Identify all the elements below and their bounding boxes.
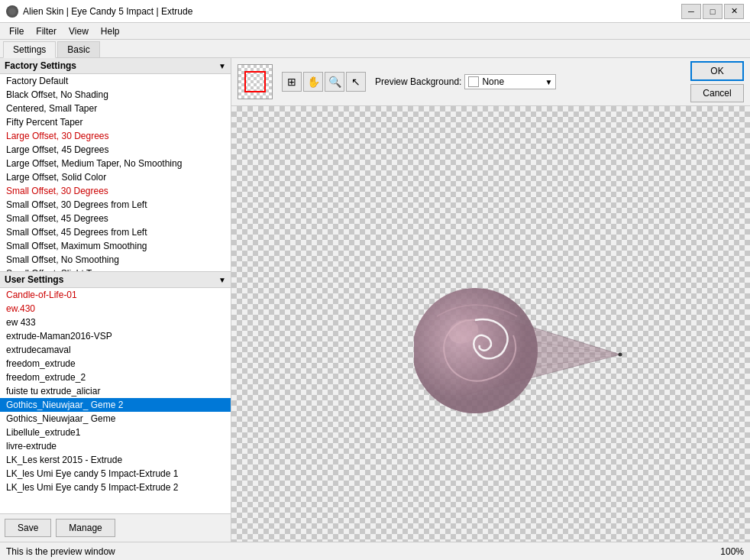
menu-filter[interactable]: Filter [30, 24, 63, 38]
cancel-button[interactable]: Cancel [690, 84, 744, 102]
factory-settings-label: Factory Settings [5, 60, 76, 71]
list-item[interactable]: Candle-of-Life-01 [0, 288, 231, 302]
list-item[interactable]: Fifty Percent Taper [0, 115, 231, 129]
list-item[interactable]: Large Offset, Solid Color [0, 170, 231, 184]
list-item[interactable]: Small Offset, 45 Degrees from Left [0, 225, 231, 239]
extrude-graphic [414, 259, 628, 450]
pan-tool-button[interactable]: ✋ [303, 72, 323, 92]
zoom-tool-button[interactable]: 🔍 [325, 72, 344, 92]
menu-bar: File Filter View Help [0, 23, 750, 40]
list-item[interactable]: fuiste tu extrude_aliciar [0, 384, 231, 398]
factory-scroll-btn[interactable]: ▼ [218, 62, 226, 70]
window-controls: ─ □ ✕ [681, 4, 744, 19]
list-item[interactable]: ew.430 [0, 302, 231, 316]
status-text: This is the preview window [6, 546, 115, 557]
preview-canvas [231, 106, 750, 542]
list-item[interactable]: Small Offset, Slight Taper [0, 267, 231, 271]
bg-color-swatch [468, 76, 479, 87]
preview-background-value: None [482, 76, 504, 87]
bottom-buttons: Save Manage [0, 513, 231, 542]
app-icon [6, 5, 18, 18]
tabs-bar: Settings Basic [0, 40, 750, 58]
user-settings-header: User Settings ▼ [0, 272, 231, 288]
list-item[interactable]: Black Offset, No Shading [0, 88, 231, 102]
list-item[interactable]: freedom_extrude [0, 357, 231, 371]
dropdown-arrow-icon: ▼ [545, 78, 552, 86]
manage-button[interactable]: Manage [56, 519, 115, 537]
list-item[interactable]: LK_les Umi Eye candy 5 Impact-Extrude 2 [0, 481, 231, 494]
zoom-level: 100% [720, 546, 744, 557]
preview-top-bar: ⊞ ✋ 🔍 ↖ Preview Background: None ▼ OK Ca… [231, 58, 750, 106]
thumbnail [238, 64, 273, 99]
thumbnail-selection [244, 71, 266, 92]
list-item[interactable]: Small Offset, 30 Degrees from Left [0, 198, 231, 212]
close-button[interactable]: ✕ [724, 4, 744, 19]
list-item[interactable]: LK_les Umi Eye candy 5 Impact-Extrude 1 [0, 467, 231, 481]
list-item[interactable]: Small Offset, Maximum Smoothing [0, 239, 231, 253]
list-item[interactable]: extrude-Maman2016-VSP [0, 329, 231, 343]
ok-button[interactable]: OK [690, 61, 744, 81]
list-item[interactable]: Small Offset, 30 Degrees [0, 184, 231, 198]
list-item-selected[interactable]: Gothics_Nieuwjaar_ Geme 2 [0, 398, 231, 412]
list-item[interactable]: Large Offset, 30 Degrees [0, 129, 231, 143]
left-panel: Factory Settings ▼ Factory Default Black… [0, 58, 231, 542]
list-item[interactable]: ew 433 [0, 316, 231, 329]
grid-tool-button[interactable]: ⊞ [282, 72, 302, 92]
action-buttons: OK Cancel [690, 61, 744, 102]
factory-settings-section: Factory Settings ▼ Factory Default Black… [0, 58, 231, 272]
right-panel: ⊞ ✋ 🔍 ↖ Preview Background: None ▼ OK Ca… [231, 58, 750, 542]
restore-button[interactable]: □ [703, 4, 723, 19]
list-item[interactable]: Centered, Small Taper [0, 102, 231, 115]
list-item[interactable]: Small Offset, No Smoothing [0, 253, 231, 267]
factory-settings-list[interactable]: Factory Default Black Offset, No Shading… [0, 74, 231, 271]
menu-help[interactable]: Help [95, 24, 126, 38]
list-item[interactable]: LK_Les kerst 2015 - Extrude [0, 453, 231, 467]
menu-file[interactable]: File [3, 24, 30, 38]
factory-settings-header: Factory Settings ▼ [0, 58, 231, 74]
preview-background-label: Preview Background: [375, 76, 461, 87]
list-item[interactable]: Large Offset, 45 Degrees [0, 143, 231, 157]
user-settings-section: User Settings ▼ Candle-of-Life-01 ew.430… [0, 272, 231, 542]
list-item[interactable]: Gothics_Nieuwjaar_ Geme [0, 412, 231, 426]
user-scroll-btn[interactable]: ▼ [218, 276, 226, 284]
window-title: Alien Skin | Eye Candy 5 Impact | Extrud… [23, 6, 192, 17]
list-item[interactable]: Libellule_extrude1 [0, 426, 231, 439]
main-area: Factory Settings ▼ Factory Default Black… [0, 58, 750, 542]
user-settings-list[interactable]: Candle-of-Life-01 ew.430 ew 433 extrude-… [0, 288, 231, 513]
menu-view[interactable]: View [63, 24, 95, 38]
list-item[interactable]: Factory Default [0, 74, 231, 88]
toolbar-icons: ⊞ ✋ 🔍 ↖ [282, 72, 366, 92]
title-bar: Alien Skin | Eye Candy 5 Impact | Extrud… [0, 0, 750, 23]
minimize-button[interactable]: ─ [681, 4, 701, 19]
svg-point-9 [619, 353, 622, 357]
tab-settings[interactable]: Settings [3, 41, 56, 58]
select-tool-button[interactable]: ↖ [346, 72, 366, 92]
list-item[interactable]: livre-extrude [0, 439, 231, 453]
list-item[interactable]: extrudecamaval [0, 343, 231, 357]
preview-background-select[interactable]: None ▼ [464, 74, 556, 89]
tab-basic[interactable]: Basic [57, 41, 99, 57]
save-button[interactable]: Save [5, 519, 51, 537]
status-bar: This is the preview window 100% [0, 542, 750, 560]
list-item[interactable]: Large Offset, Medium Taper, No Smoothing [0, 157, 231, 170]
user-settings-label: User Settings [5, 274, 63, 285]
list-item[interactable]: freedom_extrude_2 [0, 371, 231, 384]
list-item[interactable]: Small Offset, 45 Degrees [0, 212, 231, 225]
